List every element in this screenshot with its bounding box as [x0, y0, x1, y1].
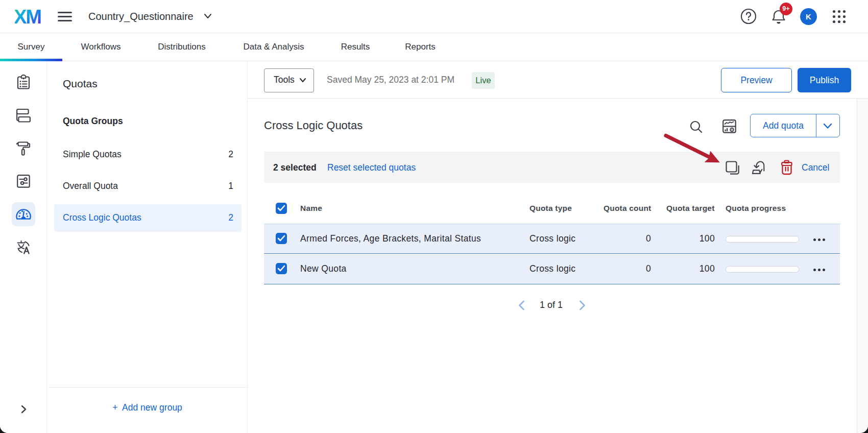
svg-text:XM: XM — [15, 9, 41, 25]
